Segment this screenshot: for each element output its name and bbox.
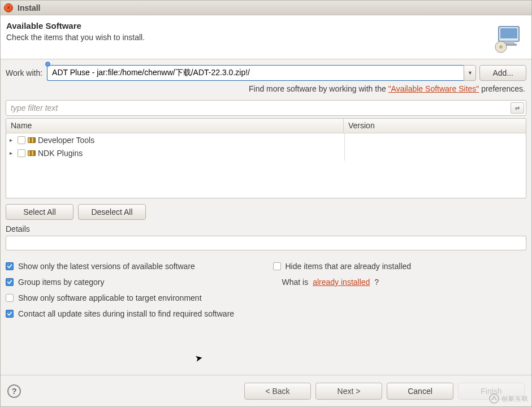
already-installed-info: What is already installed ?: [282, 278, 527, 287]
expand-icon[interactable]: ▸: [10, 150, 15, 156]
select-all-button[interactable]: Select All: [6, 204, 73, 220]
checkbox[interactable]: [6, 262, 14, 270]
work-with-input[interactable]: [47, 65, 464, 81]
details-label: Details: [6, 224, 526, 233]
title-bar[interactable]: × Install: [1, 1, 531, 15]
software-tree: Name Version ▸ Developer Tools ▸ NDK Plu…: [6, 118, 526, 198]
tree-header: Name Version: [6, 119, 526, 133]
deselect-all-button[interactable]: Deselect All: [78, 204, 146, 220]
column-divider: [344, 133, 345, 161]
work-with-row: Work with: ▼ Add...: [6, 65, 526, 81]
checkbox[interactable]: [18, 136, 25, 144]
checkbox[interactable]: [18, 149, 25, 157]
close-icon[interactable]: ×: [4, 3, 13, 12]
tree-item-ndk-plugins[interactable]: ▸ NDK Plugins: [6, 146, 526, 159]
filter-toggle-icon[interactable]: ⇄: [511, 102, 524, 114]
details-textarea[interactable]: [6, 236, 526, 250]
next-button[interactable]: Next >: [315, 383, 382, 400]
options-left-col: Show only the latest versions of availab…: [6, 262, 259, 318]
tree-item-developer-tools[interactable]: ▸ Developer Tools: [6, 133, 526, 146]
svg-rect-1: [500, 28, 517, 38]
options-area: Show only the latest versions of availab…: [6, 262, 526, 318]
back-button[interactable]: < Back: [244, 383, 311, 400]
filter-row: ⇄: [6, 100, 526, 116]
opt-contact-sites[interactable]: Contact all update sites during install …: [6, 309, 259, 318]
help-icon[interactable]: ?: [7, 384, 21, 398]
available-software-sites-link[interactable]: "Available Software Sites": [388, 84, 479, 93]
sites-hint: Find more software by working with the "…: [6, 84, 525, 93]
opt-hide-installed[interactable]: Hide items that are already installed: [273, 262, 527, 271]
column-version[interactable]: Version: [344, 119, 526, 133]
column-name[interactable]: Name: [6, 119, 344, 133]
category-icon: [28, 150, 36, 156]
already-installed-link[interactable]: already installed: [313, 278, 370, 287]
install-dialog: × Install Available Software Check the i…: [0, 0, 532, 407]
window-title: Install: [18, 3, 40, 12]
work-with-combo: ▼: [47, 65, 476, 81]
add-button[interactable]: Add...: [479, 65, 526, 81]
svg-point-5: [499, 45, 503, 49]
checkbox[interactable]: [6, 310, 14, 318]
page-subtitle: Check the items that you wish to install…: [6, 33, 524, 42]
dialog-header: Available Software Check the items that …: [1, 15, 531, 59]
checkbox[interactable]: [273, 262, 281, 270]
expand-icon[interactable]: ▸: [10, 137, 15, 143]
page-title: Available Software: [6, 21, 524, 31]
tree-item-label: NDK Plugins: [38, 149, 83, 158]
opt-show-applicable[interactable]: Show only software applicable to target …: [6, 293, 259, 302]
dialog-body: Work with: ▼ Add... Find more software b…: [1, 59, 531, 375]
work-with-dropdown-button[interactable]: ▼: [464, 65, 476, 81]
work-with-label: Work with:: [6, 68, 42, 77]
selection-buttons: Select All Deselect All: [6, 204, 526, 220]
category-icon: [28, 137, 36, 143]
opt-show-latest[interactable]: Show only the latest versions of availab…: [6, 262, 259, 271]
tree-body: ▸ Developer Tools ▸ NDK Plugins: [6, 133, 526, 198]
checkbox[interactable]: [6, 278, 14, 286]
cancel-button[interactable]: Cancel: [387, 383, 453, 400]
tree-item-label: Developer Tools: [38, 136, 94, 145]
dialog-footer: ? < Back Next > Cancel Finish: [1, 375, 531, 406]
filter-input[interactable]: [6, 100, 526, 116]
options-right-col: Hide items that are already installed Wh…: [273, 262, 527, 318]
opt-group-by-category[interactable]: Group items by category: [6, 278, 259, 287]
checkbox[interactable]: [6, 294, 14, 302]
finish-button: Finish: [458, 383, 525, 400]
install-wizard-icon: [493, 23, 524, 55]
